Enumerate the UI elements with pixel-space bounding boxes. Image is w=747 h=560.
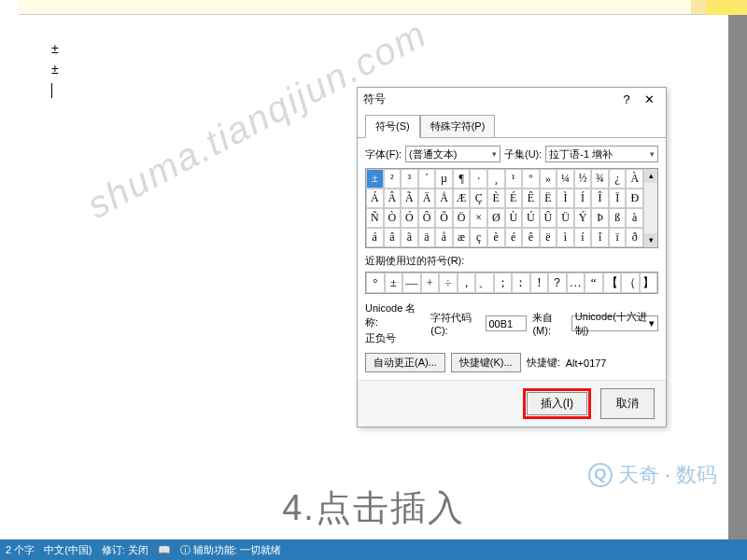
symbol-cell[interactable]: ê xyxy=(522,228,540,247)
symbol-cell[interactable]: ß xyxy=(609,208,627,228)
recent-symbol-cell[interactable]: 】 xyxy=(640,273,658,293)
symbol-cell[interactable]: È xyxy=(487,189,505,208)
symbol-cell[interactable]: Ï xyxy=(609,189,627,208)
symbol-cell[interactable]: ± xyxy=(366,169,384,189)
symbol-cell[interactable]: Þ xyxy=(591,208,609,228)
symbol-cell[interactable]: º xyxy=(522,169,540,189)
help-icon[interactable]: ? xyxy=(615,92,638,106)
symbol-cell[interactable]: Ø xyxy=(487,208,505,228)
symbol-cell[interactable]: Â xyxy=(384,189,402,208)
symbol-cell[interactable]: î xyxy=(591,228,609,247)
symbol-cell[interactable]: è xyxy=(487,228,505,247)
from-label: 来自(M): xyxy=(532,311,565,336)
status-word-count[interactable]: 2 个字 xyxy=(6,543,35,557)
symbol-cell[interactable]: ç xyxy=(470,228,487,247)
recent-symbol-cell[interactable]: “ xyxy=(585,273,603,293)
symbol-cell[interactable]: ´ xyxy=(418,169,436,189)
symbol-cell[interactable]: » xyxy=(540,169,557,189)
symbol-cell[interactable]: æ xyxy=(453,228,471,247)
recent-symbol-cell[interactable]: + xyxy=(421,273,440,293)
autocorrect-button[interactable]: 自动更正(A)... xyxy=(365,353,445,372)
symbol-cell[interactable]: Æ xyxy=(453,189,471,208)
symbol-cell[interactable]: é xyxy=(505,228,523,247)
symbol-cell[interactable]: ï xyxy=(609,228,627,247)
symbol-cell[interactable]: Ë xyxy=(540,189,557,208)
status-language[interactable]: 中文(中国) xyxy=(44,543,92,557)
insert-button[interactable]: 插入(I) xyxy=(527,392,587,415)
subset-select[interactable]: 拉丁语-1 增补 ▾ xyxy=(545,146,658,162)
recent-symbol-cell[interactable]: — xyxy=(402,273,421,293)
recent-symbol-cell[interactable]: ： xyxy=(512,273,530,293)
recent-symbol-cell[interactable]: 、 xyxy=(475,273,494,293)
symbol-cell[interactable]: Ò xyxy=(384,208,402,228)
symbol-cell[interactable]: Å xyxy=(435,189,453,208)
symbol-cell[interactable]: µ xyxy=(435,169,453,189)
symbol-cell[interactable]: Ö xyxy=(453,208,471,228)
symbol-cell[interactable]: ë xyxy=(540,228,557,247)
recent-symbol-cell[interactable]: ？ xyxy=(548,273,567,293)
symbol-cell[interactable]: â xyxy=(384,228,402,247)
recent-symbol-cell[interactable]: 【 xyxy=(603,273,622,293)
symbol-cell[interactable]: í xyxy=(574,228,592,247)
symbol-cell[interactable]: à xyxy=(626,208,643,228)
symbol-cell[interactable]: Ó xyxy=(401,208,418,228)
symbol-cell[interactable]: Ð xyxy=(626,189,643,208)
symbol-cell[interactable]: É xyxy=(505,189,523,208)
symbol-cell[interactable]: ì xyxy=(557,228,574,247)
recent-symbol-cell[interactable]: ° xyxy=(366,273,385,293)
symbol-cell[interactable]: Ç xyxy=(470,189,487,208)
symbol-cell[interactable]: Ä xyxy=(418,189,436,208)
scroll-track[interactable] xyxy=(644,183,657,233)
tab-special-chars[interactable]: 特殊字符(P) xyxy=(420,115,496,138)
symbol-cell[interactable]: ¾ xyxy=(591,169,609,189)
recent-symbol-cell[interactable]: ± xyxy=(385,273,403,293)
cancel-button[interactable]: 取消 xyxy=(600,388,655,419)
symbol-cell[interactable]: ² xyxy=(384,169,402,189)
recent-symbol-cell[interactable]: ！ xyxy=(530,273,549,293)
symbol-cell[interactable]: ½ xyxy=(574,169,592,189)
symbol-cell[interactable]: å xyxy=(435,228,453,247)
symbol-cell[interactable]: ã xyxy=(401,228,418,247)
symbol-cell[interactable]: Î xyxy=(591,189,609,208)
symbol-cell[interactable]: ä xyxy=(418,228,436,247)
symbol-cell[interactable]: ¹ xyxy=(505,169,523,189)
close-icon[interactable]: ✕ xyxy=(638,92,660,106)
scroll-up-icon[interactable]: ▴ xyxy=(644,169,657,183)
shortcut-key-button[interactable]: 快捷键(K)... xyxy=(451,353,521,372)
symbol-cell[interactable]: × xyxy=(470,208,487,228)
symbol-cell[interactable]: Õ xyxy=(435,208,453,228)
symbol-cell[interactable]: ð xyxy=(626,228,643,247)
symbol-cell[interactable]: ¶ xyxy=(453,169,471,189)
tab-symbols[interactable]: 符号(S) xyxy=(365,115,420,138)
symbol-cell[interactable]: á xyxy=(366,228,384,247)
symbol-cell[interactable]: Ý xyxy=(574,208,592,228)
recent-symbol-cell[interactable]: … xyxy=(567,273,585,293)
symbol-cell[interactable]: Ã xyxy=(401,189,418,208)
symbol-cell[interactable]: Í xyxy=(574,189,592,208)
symbol-cell[interactable]: Û xyxy=(540,208,557,228)
font-select[interactable]: (普通文本) ▾ xyxy=(405,146,500,162)
symbol-cell[interactable]: ¸ xyxy=(487,169,505,189)
symbol-cell[interactable]: À xyxy=(626,169,643,189)
symbol-cell[interactable]: ¿ xyxy=(609,169,627,189)
symbol-cell[interactable]: Ê xyxy=(522,189,540,208)
symbol-cell[interactable]: Ü xyxy=(557,208,574,228)
status-revise[interactable]: 修订: 关闭 xyxy=(102,543,148,557)
recent-symbol-cell[interactable]: ， xyxy=(458,273,476,293)
grid-scrollbar[interactable]: ▴ ▾ xyxy=(643,169,657,247)
symbol-cell[interactable]: ¼ xyxy=(557,169,574,189)
symbol-cell[interactable]: ³ xyxy=(401,169,418,189)
symbol-cell[interactable]: Ú xyxy=(522,208,540,228)
symbol-cell[interactable]: Ô xyxy=(418,208,436,228)
scroll-down-icon[interactable]: ▾ xyxy=(644,233,657,247)
symbol-cell[interactable]: Ì xyxy=(557,189,574,208)
from-select[interactable]: Unicode(十六进制) ▾ xyxy=(571,315,658,331)
symbol-cell[interactable]: · xyxy=(470,169,487,189)
char-code-input[interactable] xyxy=(486,315,527,331)
symbol-cell[interactable]: Ù xyxy=(505,208,523,228)
recent-symbol-cell[interactable]: ÷ xyxy=(439,273,458,293)
recent-symbol-cell[interactable]: ； xyxy=(494,273,513,293)
recent-symbol-cell[interactable]: （ xyxy=(621,273,640,293)
symbol-cell[interactable]: Á xyxy=(366,189,384,208)
symbol-cell[interactable]: Ñ xyxy=(366,208,384,228)
